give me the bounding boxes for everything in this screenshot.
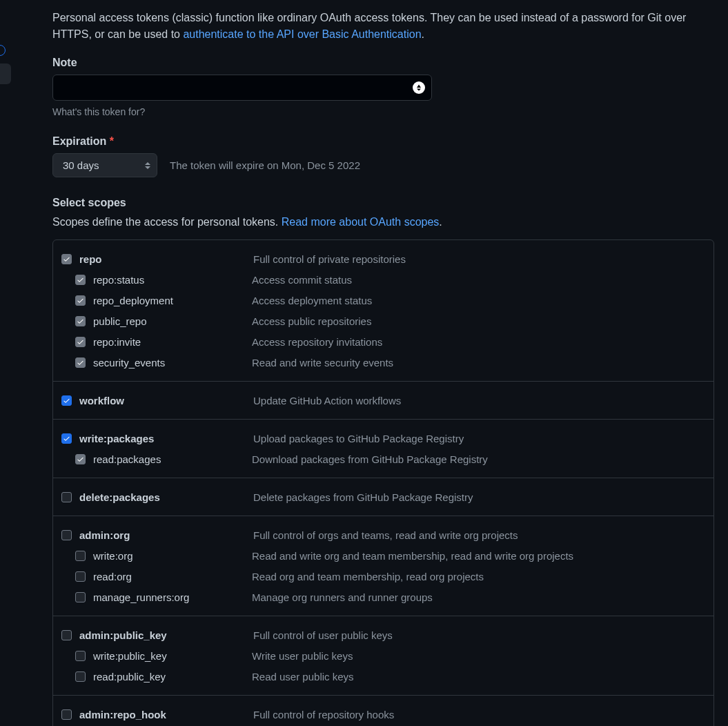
scope-desc: Download packages from GitHub Package Re… [252, 453, 488, 465]
scope-checkbox[interactable] [75, 275, 86, 285]
scope-desc: Full control of repository hooks [253, 709, 394, 720]
main-content: Personal access tokens (classic) functio… [52, 10, 714, 726]
scope-name: delete:packages [79, 491, 253, 503]
scope-group: write:packagesUpload packages to GitHub … [53, 420, 714, 478]
scope-checkbox[interactable] [75, 454, 86, 464]
expiration-label: Expiration * [52, 135, 714, 148]
scope-name: read:packages [93, 453, 252, 465]
scope-desc: Read org and team membership, read org p… [252, 571, 484, 582]
scope-checkbox[interactable] [75, 551, 86, 561]
scope-group: workflowUpdate GitHub Action workflows [53, 382, 714, 420]
scope-group: repoFull control of private repositories… [53, 240, 714, 382]
scope-checkbox[interactable] [75, 357, 86, 368]
scope-checkbox[interactable] [75, 671, 86, 682]
note-label: Note [52, 57, 714, 69]
scope-desc: Delete packages from GitHub Package Regi… [253, 491, 473, 503]
scope-row-child: public_repoAccess public repositories [53, 311, 714, 331]
scope-name: manage_runners:org [93, 591, 252, 603]
scope-checkbox[interactable] [75, 651, 86, 661]
scope-name: security_events [93, 357, 252, 369]
scope-desc: Full control of private repositories [253, 253, 406, 265]
scope-checkbox[interactable] [61, 395, 72, 406]
scope-row-child: read:orgRead org and team membership, re… [53, 566, 714, 587]
scope-row-parent: admin:orgFull control of orgs and teams,… [53, 524, 714, 545]
scope-row-child: write:public_keyWrite user public keys [53, 645, 714, 666]
scope-name: repo:status [93, 274, 252, 286]
scope-desc: Upload packages to GitHub Package Regist… [253, 433, 464, 444]
scope-group: delete:packagesDelete packages from GitH… [53, 478, 714, 516]
scope-checkbox[interactable] [75, 592, 86, 602]
scope-row-child: read:public_keyRead user public keys [53, 666, 714, 687]
scope-desc: Read user public keys [252, 671, 354, 683]
scope-name: read:org [93, 571, 252, 582]
scope-row-child: read:packagesDownload packages from GitH… [53, 449, 714, 469]
scope-checkbox[interactable] [61, 530, 72, 540]
scope-row-parent: repoFull control of private repositories [53, 248, 714, 269]
scopes-title: Select scopes [52, 197, 714, 209]
scopes-link[interactable]: Read more about OAuth scopes [282, 216, 440, 228]
scope-checkbox[interactable] [75, 295, 86, 306]
scope-checkbox[interactable] [61, 630, 72, 640]
scope-name: public_repo [93, 315, 252, 327]
scope-checkbox[interactable] [61, 254, 72, 264]
sidebar-item-stub[interactable] [0, 63, 11, 84]
scope-desc: Full control of orgs and teams, read and… [253, 529, 518, 541]
scope-row-child: write:orgRead and write org and team mem… [53, 545, 714, 566]
note-hint: What's this token for? [52, 106, 714, 117]
scope-name: admin:public_key [79, 629, 253, 641]
scope-desc: Access deployment status [252, 295, 372, 306]
sidebar-indicator [0, 45, 6, 56]
scope-name: write:org [93, 550, 252, 562]
intro-text: Personal access tokens (classic) functio… [52, 10, 714, 43]
note-input[interactable] [52, 75, 432, 101]
scope-name: write:packages [79, 433, 253, 444]
scope-desc: Read and write org and team membership, … [252, 550, 573, 562]
scope-checkbox[interactable] [75, 337, 86, 347]
scope-row-child: manage_runners:orgManage org runners and… [53, 587, 714, 607]
scope-name: admin:org [79, 529, 253, 541]
scope-row-parent: admin:public_keyFull control of user pub… [53, 625, 714, 645]
scope-desc: Manage org runners and runner groups [252, 591, 433, 603]
scope-row-parent: admin:repo_hookFull control of repositor… [53, 704, 714, 725]
scope-row-child: repo:statusAccess commit status [53, 269, 714, 290]
scope-desc: Update GitHub Action workflows [253, 395, 401, 406]
note-input-wrap [52, 75, 432, 101]
scope-row-parent: delete:packagesDelete packages from GitH… [53, 487, 714, 507]
scope-checkbox[interactable] [75, 571, 86, 582]
scope-name: repo:invite [93, 336, 252, 348]
required-asterisk: * [110, 135, 114, 147]
scope-row-child: repo_deploymentAccess deployment status [53, 290, 714, 311]
expiration-select-wrap: 30 days [52, 153, 157, 177]
scope-desc: Write user public keys [252, 650, 353, 662]
scope-checkbox[interactable] [61, 492, 72, 502]
expiration-select[interactable]: 30 days [52, 153, 157, 177]
scope-name: repo_deployment [93, 295, 252, 306]
scope-desc: Access commit status [252, 274, 352, 286]
scope-checkbox[interactable] [61, 709, 72, 720]
scope-row-parent: workflowUpdate GitHub Action workflows [53, 390, 714, 411]
password-manager-icon[interactable] [413, 81, 425, 94]
scope-row-child: security_eventsRead and write security e… [53, 352, 714, 373]
expiration-message: The token will expire on Mon, Dec 5 2022 [170, 159, 360, 171]
intro-link[interactable]: authenticate to the API over Basic Authe… [183, 28, 421, 40]
scope-name: admin:repo_hook [79, 709, 253, 720]
scope-checkbox[interactable] [75, 316, 86, 326]
scope-desc: Read and write security events [252, 357, 393, 369]
intro-after: . [422, 28, 424, 40]
expiration-row: 30 days The token will expire on Mon, De… [52, 153, 714, 177]
scope-row-child: repo:inviteAccess repository invitations [53, 331, 714, 352]
scope-desc: Full control of user public keys [253, 629, 393, 641]
scope-row-parent: write:packagesUpload packages to GitHub … [53, 428, 714, 449]
scope-checkbox[interactable] [61, 433, 72, 444]
sidebar-stub [0, 0, 11, 726]
scope-group: admin:repo_hookFull control of repositor… [53, 696, 714, 726]
scopes-box: repoFull control of private repositories… [52, 239, 714, 726]
scope-desc: Access repository invitations [252, 336, 382, 348]
scope-desc: Access public repositories [252, 315, 371, 327]
scope-name: read:public_key [93, 671, 252, 683]
scope-name: workflow [79, 395, 253, 406]
scope-name: write:public_key [93, 650, 252, 662]
scope-name: repo [79, 253, 253, 265]
scope-group: admin:orgFull control of orgs and teams,… [53, 516, 714, 616]
scopes-desc: Scopes define the access for personal to… [52, 216, 714, 228]
